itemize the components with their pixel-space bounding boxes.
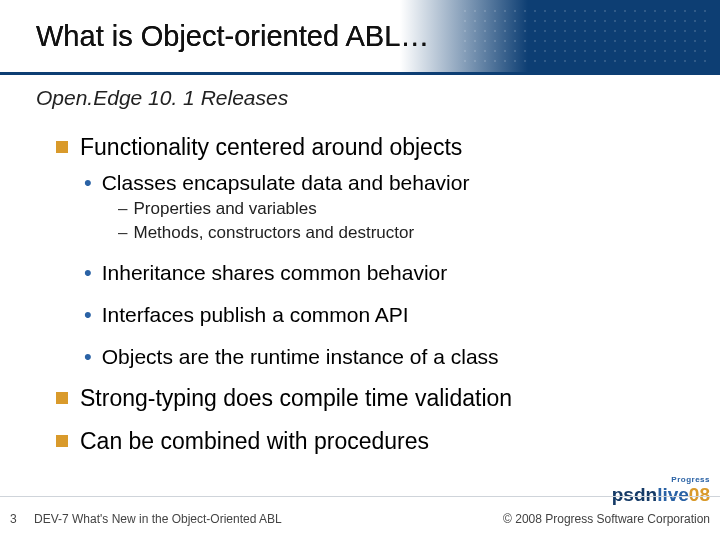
bullet-level1: Functionality centered around objects (56, 134, 690, 161)
square-bullet-icon (56, 392, 68, 404)
bullet-level3: – Properties and variables (118, 199, 690, 219)
bullet-level2: • Interfaces publish a common API (84, 303, 690, 327)
bullet-level1: Can be combined with procedures (56, 428, 690, 455)
dash-bullet-icon: – (118, 223, 127, 243)
dot-bullet-icon: • (84, 262, 92, 284)
bullet-text: Functionality centered around objects (80, 134, 462, 161)
bullet-text: Strong-typing does compile time validati… (80, 385, 512, 412)
bullet-text: Can be combined with procedures (80, 428, 429, 455)
bullet-level2: • Objects are the runtime instance of a … (84, 345, 690, 369)
square-bullet-icon (56, 141, 68, 153)
bullet-text: Properties and variables (133, 199, 316, 219)
footer-copyright: © 2008 Progress Software Corporation (503, 512, 710, 526)
dot-bullet-icon: • (84, 304, 92, 326)
bullet-text: Classes encapsulate data and behavior (102, 171, 470, 195)
dot-bullet-icon: • (84, 172, 92, 194)
title-dot-pattern (460, 6, 712, 66)
dash-bullet-icon: – (118, 199, 127, 219)
bullet-level1: Strong-typing does compile time validati… (56, 385, 690, 412)
title-band: What is Object-oriented ABL… (0, 0, 720, 72)
square-bullet-icon (56, 435, 68, 447)
slide: What is Object-oriented ABL… Open.Edge 1… (0, 0, 720, 540)
bullet-level2: • Classes encapsulate data and behavior (84, 171, 690, 195)
dot-bullet-icon: • (84, 346, 92, 368)
bullet-text: Methods, constructors and destructor (133, 223, 414, 243)
logo-top-text: Progress (671, 475, 710, 484)
bullet-text: Objects are the runtime instance of a cl… (102, 345, 499, 369)
slide-title: What is Object-oriented ABL… (36, 20, 429, 53)
footer-title: DEV-7 What's New in the Object-Oriented … (34, 512, 282, 526)
title-underline (0, 72, 720, 75)
bullet-text: Interfaces publish a common API (102, 303, 409, 327)
slide-footer: 3 DEV-7 What's New in the Object-Oriente… (0, 496, 720, 540)
slide-content: Functionality centered around objects • … (56, 124, 690, 459)
slide-subtitle: Open.Edge 10. 1 Releases (36, 86, 288, 110)
bullet-level3: – Methods, constructors and destructor (118, 223, 690, 243)
bullet-text: Inheritance shares common behavior (102, 261, 448, 285)
title-gradient (400, 0, 720, 72)
bullet-level2: • Inheritance shares common behavior (84, 261, 690, 285)
page-number: 3 (10, 512, 17, 526)
